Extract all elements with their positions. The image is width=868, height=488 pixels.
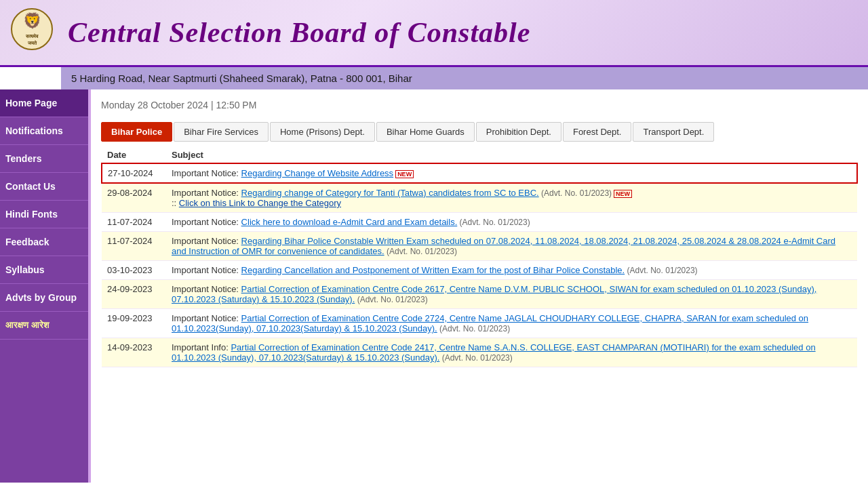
tab-prohibition[interactable]: Prohibition Dept. bbox=[476, 122, 561, 142]
new-badge: NEW bbox=[614, 190, 632, 198]
notice-advt: (Advt. No. 01/2023) bbox=[355, 295, 427, 304]
sidebar-item-syllabus[interactable]: Syllabus bbox=[0, 256, 88, 284]
sidebar-item-tenders[interactable]: Tenders bbox=[0, 145, 88, 173]
tab-home-prisons[interactable]: Home (Prisons) Dept. bbox=[270, 122, 375, 142]
notice-link[interactable]: Regarding Change of Website Address bbox=[241, 168, 394, 178]
sidebar-item-notifications[interactable]: Notifications bbox=[0, 117, 88, 145]
new-badge: NEW bbox=[395, 170, 414, 178]
notice-date: 27-10-2024 bbox=[108, 168, 153, 178]
sidebar-item-contact[interactable]: Contact Us bbox=[0, 173, 88, 201]
header-title: Central Selection Board of Constable bbox=[68, 16, 530, 49]
sidebar-item-feedback[interactable]: Feedback bbox=[0, 228, 88, 256]
sidebar-item-advts[interactable]: Advts by Group bbox=[0, 284, 88, 312]
time-text: 12:50 PM bbox=[216, 100, 256, 110]
dept-tabs: Bihar Police Bihar Fire Services Home (P… bbox=[101, 122, 858, 142]
separator: | bbox=[208, 100, 216, 110]
notice-prefix: Important Notice: bbox=[172, 188, 241, 198]
table-row: 19-09-2023 Important Notice: Partial Cor… bbox=[102, 309, 857, 338]
tab-forest[interactable]: Forest Dept. bbox=[563, 122, 632, 142]
notice-date: 03-10-2023 bbox=[107, 265, 153, 275]
svg-text:जयते: जयते bbox=[27, 40, 37, 45]
tab-bihar-police[interactable]: Bihar Police bbox=[101, 122, 172, 142]
notice-advt: (Advt. No. 01/2023) bbox=[437, 324, 510, 333]
address-bar: 5 Harding Road, Near Saptmurti (Shaheed … bbox=[61, 67, 868, 89]
notice-sub-prefix: :: bbox=[172, 198, 179, 208]
col-subject: Subject bbox=[166, 147, 857, 163]
table-row: 14-09-2023 Important Info: Partial Corre… bbox=[102, 338, 857, 367]
notices-table: Date Subject 27-10-2024 Important Notice… bbox=[101, 147, 858, 367]
svg-text:🦁: 🦁 bbox=[23, 12, 42, 30]
notice-link[interactable]: Regarding Bihar Police Constable Written… bbox=[172, 236, 835, 256]
notice-prefix: Important Notice: bbox=[172, 265, 241, 275]
main-layout: Home Page Notifications Tenders Contact … bbox=[0, 89, 868, 483]
notice-link[interactable]: Click here to download e-Admit Card and … bbox=[241, 217, 458, 227]
table-row: 03-10-2023 Important Notice: Regarding C… bbox=[102, 261, 857, 280]
notice-date: 11-07-2024 bbox=[107, 217, 153, 227]
tab-bihar-home-guards[interactable]: Bihar Home Guards bbox=[376, 122, 475, 142]
notice-advt: (Advt. No. 01/2023) bbox=[439, 353, 512, 363]
sidebar-item-reservation[interactable]: आरक्षण आरेश bbox=[0, 312, 88, 340]
notice-advt: (Advt. No. 01/2023) bbox=[625, 266, 697, 275]
notice-date: 11-07-2024 bbox=[107, 236, 153, 246]
notice-link[interactable]: Partial Correction of Examination Centre… bbox=[172, 284, 816, 304]
col-date: Date bbox=[102, 147, 166, 163]
table-row: 11-07-2024 Important Notice: Click here … bbox=[102, 213, 857, 232]
tab-transport[interactable]: Transport Dept. bbox=[633, 122, 714, 142]
notice-prefix: Important Notice: bbox=[172, 284, 241, 294]
date-text: Monday 28 October 2024 bbox=[101, 100, 208, 110]
sidebar-item-hindi-fonts[interactable]: Hindi Fonts bbox=[0, 201, 88, 228]
notice-link[interactable]: Regarding Cancellation and Postponement … bbox=[241, 265, 625, 275]
notice-link[interactable]: Regarding change of Category for Tanti (… bbox=[241, 188, 539, 198]
notice-date: 29-08-2024 bbox=[107, 188, 153, 198]
table-row: 24-09-2023 Important Notice: Partial Cor… bbox=[102, 280, 857, 309]
sub-notice-link[interactable]: Click on this Link to Change the Categor… bbox=[179, 198, 341, 208]
table-row: 11-07-2024 Important Notice: Regarding B… bbox=[102, 232, 857, 261]
notice-prefix: Important Notice: bbox=[172, 236, 241, 246]
notice-advt: (Advt. No. 01/2023) bbox=[384, 247, 457, 256]
notice-advt: (Advt. No. 01/2023) bbox=[457, 218, 530, 227]
sidebar: Home Page Notifications Tenders Contact … bbox=[0, 89, 88, 483]
header: 🦁 सत्यमेव जयते Central Selection Board o… bbox=[0, 0, 868, 67]
datetime-bar: Monday 28 October 2024 | 12:50 PM bbox=[101, 96, 858, 114]
content-area: Monday 28 October 2024 | 12:50 PM Bihar … bbox=[91, 89, 868, 483]
notice-prefix: Important Info: bbox=[172, 342, 231, 352]
notice-date: 19-09-2023 bbox=[107, 313, 153, 323]
notice-advt: (Advt. No. 01/2023) bbox=[539, 188, 612, 198]
header-logo: 🦁 सत्यमेव जयते bbox=[7, 5, 58, 60]
tab-bihar-fire[interactable]: Bihar Fire Services bbox=[174, 122, 269, 142]
notice-prefix: Important Notice: bbox=[172, 217, 241, 227]
notice-prefix: Important Notice: bbox=[172, 313, 241, 323]
table-row: 27-10-2024 Important Notice: Regarding C… bbox=[102, 163, 857, 183]
notice-prefix: Important Notice: bbox=[172, 168, 241, 178]
svg-text:सत्यमेव: सत्यमेव bbox=[25, 33, 39, 39]
sidebar-item-home[interactable]: Home Page bbox=[0, 89, 88, 117]
notice-date: 14-09-2023 bbox=[107, 342, 153, 352]
notice-date: 24-09-2023 bbox=[107, 284, 153, 294]
table-row: 29-08-2024 Important Notice: Regarding c… bbox=[102, 183, 857, 213]
